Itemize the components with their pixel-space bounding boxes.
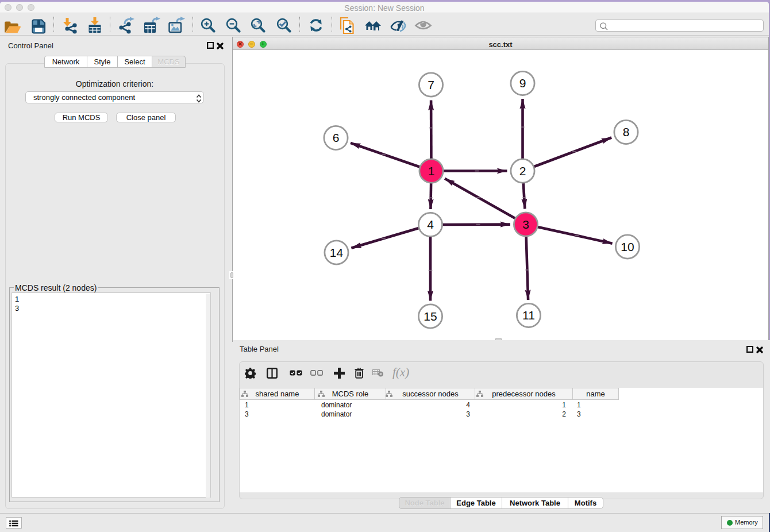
svg-text:15: 15 [424,310,437,323]
svg-text:3: 3 [522,218,529,231]
svg-text:1: 1 [428,164,435,178]
svg-text:6: 6 [333,131,340,144]
svg-text:9: 9 [519,76,526,90]
svg-text:11: 11 [522,309,535,322]
svg-text:2: 2 [519,164,526,178]
svg-text:7: 7 [428,78,434,91]
svg-text:8: 8 [623,125,630,138]
svg-text:10: 10 [621,240,634,253]
svg-text:14: 14 [330,246,344,259]
svg-text:4: 4 [427,218,434,231]
